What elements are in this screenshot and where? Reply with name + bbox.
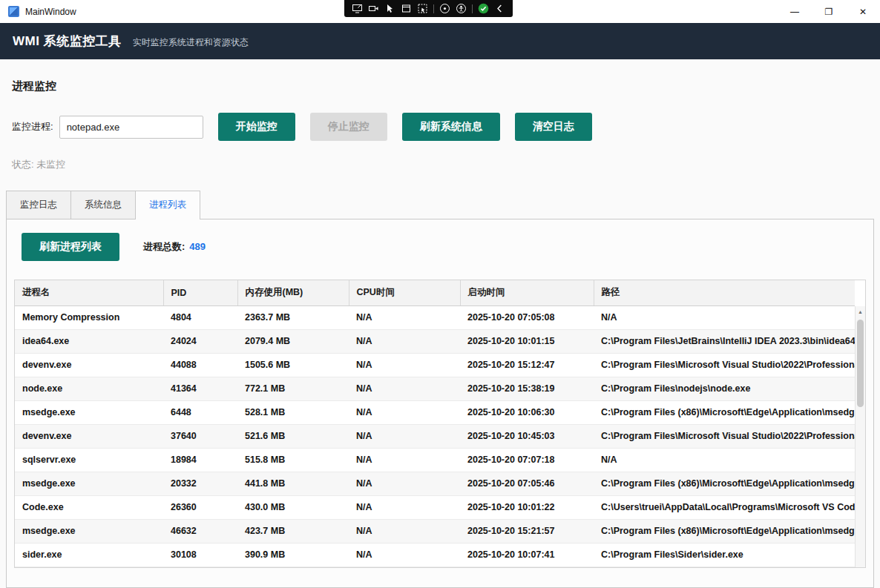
separator [433, 4, 434, 13]
check-circle-icon[interactable] [478, 3, 489, 14]
column-header-cpu-time[interactable]: CPU时间 [349, 280, 460, 305]
region-select-icon[interactable] [417, 3, 428, 14]
video-camera-icon[interactable] [368, 3, 379, 14]
cell-cpu_time: N/A [349, 495, 460, 519]
chevron-left-icon[interactable] [494, 3, 505, 14]
process-name-input[interactable] [59, 116, 203, 139]
main-window: MainWindow — ❐ ✕ WMI 系统监控工具 实时监控系统进程和资源状… [0, 0, 880, 588]
cell-name: msedge.exe [15, 472, 163, 495]
cell-path: N/A [594, 305, 855, 329]
separator [472, 4, 473, 13]
cell-pid: 46632 [163, 519, 237, 543]
section-title: 进程监控 [12, 79, 868, 93]
cell-path: C:\Program Files (x86)\Microsoft\Edge\Ap… [594, 400, 855, 424]
cell-pid: 20332 [163, 472, 237, 495]
accessibility-icon[interactable] [456, 3, 467, 14]
cell-cpu_time: N/A [349, 543, 460, 566]
cursor-select-icon[interactable] [384, 3, 395, 14]
cell-cpu_time: N/A [349, 400, 460, 424]
table-row[interactable]: devenv.exe440881505.6 MBN/A2025-10-20 15… [15, 353, 855, 377]
cell-path: C:\Users\truei\AppData\Local\Programs\Mi… [594, 495, 855, 519]
cell-path: C:\Program Files (x86)\Microsoft\Edge\Ap… [594, 519, 855, 543]
cell-memory: 423.7 MB [237, 519, 349, 543]
clear-log-button[interactable]: 清空日志 [515, 113, 592, 141]
screen-draw-icon[interactable] [352, 3, 363, 14]
close-button[interactable]: ✕ [846, 0, 880, 23]
column-header-start-time[interactable]: 启动时间 [460, 280, 594, 305]
process-total-label: 进程总数: [143, 241, 185, 252]
table-row[interactable]: msedge.exe20332441.8 MBN/A2025-10-20 07:… [15, 472, 855, 495]
monitor-section: 进程监控 监控进程: 开始监控 停止监控 刷新系统信息 清空日志 状态: 未监控 [0, 59, 880, 171]
cell-memory: 772.1 MB [237, 377, 349, 400]
cell-cpu_time: N/A [349, 448, 460, 472]
cell-pid: 6448 [163, 400, 237, 424]
table-row[interactable]: idea64.exe240242079.4 MBN/A2025-10-20 10… [15, 329, 855, 353]
cell-path: N/A [594, 448, 855, 472]
table-row[interactable]: msedge.exe46632423.7 MBN/A2025-10-20 15:… [15, 519, 855, 543]
cell-start_time: 2025-10-20 15:12:47 [460, 353, 594, 377]
cell-name: Code.exe [15, 495, 163, 519]
status-text: 状态: 未监控 [12, 158, 868, 171]
app-icon [8, 6, 19, 17]
refresh-process-list-button[interactable]: 刷新进程列表 [22, 233, 119, 261]
broadcast-icon[interactable] [439, 3, 450, 14]
cell-name: devenv.exe [15, 424, 163, 448]
maximize-button[interactable]: ❐ [812, 0, 846, 23]
cell-start_time: 2025-10-20 10:07:41 [460, 543, 594, 566]
cell-name: sider.exe [15, 543, 163, 566]
cell-name: sqlservr.exe [15, 448, 163, 472]
app-title: WMI 系统监控工具 [13, 33, 122, 50]
tab-process-list[interactable]: 进程列表 [135, 191, 200, 219]
cell-name: Memory Compression [15, 305, 163, 329]
column-header-name[interactable]: 进程名 [15, 280, 163, 305]
cell-name: msedge.exe [15, 400, 163, 424]
cell-memory: 1505.6 MB [237, 353, 349, 377]
scrollbar-up-arrow[interactable]: ▲ [856, 306, 865, 317]
scrollbar-thumb[interactable] [857, 320, 864, 407]
cell-cpu_time: N/A [349, 377, 460, 400]
cell-cpu_time: N/A [349, 329, 460, 353]
cell-cpu_time: N/A [349, 353, 460, 377]
cell-pid: 26360 [163, 495, 237, 519]
cell-start_time: 2025-10-20 10:01:22 [460, 495, 594, 519]
table-row[interactable]: sider.exe30108390.9 MBN/A2025-10-20 10:0… [15, 543, 855, 566]
window-title: MainWindow [25, 7, 76, 17]
cell-path: C:\Program Files\nodejs\node.exe [594, 377, 855, 400]
process-total-value: 489 [189, 241, 206, 252]
cell-path: C:\Program Files (x86)\Microsoft\Edge\Ap… [594, 472, 855, 495]
start-monitor-button[interactable]: 开始监控 [218, 113, 295, 141]
table-row[interactable]: node.exe41364772.1 MBN/A2025-10-20 15:38… [15, 377, 855, 400]
window-controls: — ❐ ✕ [778, 0, 880, 23]
cell-memory: 528.1 MB [237, 400, 349, 424]
window-select-icon[interactable] [401, 3, 412, 14]
cell-cpu_time: N/A [349, 519, 460, 543]
cell-start_time: 2025-10-20 07:05:08 [460, 305, 594, 329]
cell-pid: 44088 [163, 353, 237, 377]
table-row[interactable]: Code.exe26360430.0 MBN/A2025-10-20 10:01… [15, 495, 855, 519]
column-header-path[interactable]: 路径 [594, 280, 855, 305]
column-header-pid[interactable]: PID [163, 280, 237, 305]
cell-pid: 24024 [163, 329, 237, 353]
column-header-memory[interactable]: 内存使用(MB) [237, 280, 349, 305]
process-list-pane: 刷新进程列表 进程总数:489 进程名 PID 内存使用(MB) CPU时间 启… [6, 219, 874, 588]
cell-pid: 18984 [163, 448, 237, 472]
cell-start_time: 2025-10-20 07:07:18 [460, 448, 594, 472]
vertical-scrollbar[interactable]: ▲ [855, 306, 865, 567]
table-row[interactable]: sqlservr.exe18984515.8 MBN/A2025-10-20 0… [15, 448, 855, 472]
cell-start_time: 2025-10-20 15:38:19 [460, 377, 594, 400]
table-row[interactable]: msedge.exe6448528.1 MBN/A2025-10-20 10:0… [15, 400, 855, 424]
tab-monitor-log[interactable]: 监控日志 [6, 191, 71, 219]
refresh-system-info-button[interactable]: 刷新系统信息 [402, 113, 500, 141]
table-row[interactable]: Memory Compression48042363.7 MBN/A2025-1… [15, 305, 855, 329]
cell-memory: 441.8 MB [237, 472, 349, 495]
tab-system-info[interactable]: 系统信息 [70, 191, 136, 219]
cell-path: C:\Program Files\Microsoft Visual Studio… [594, 353, 855, 377]
cell-memory: 521.6 MB [237, 424, 349, 448]
tabbar: 监控日志 系统信息 进程列表 [6, 191, 874, 219]
cell-cpu_time: N/A [349, 424, 460, 448]
minimize-button[interactable]: — [778, 0, 812, 23]
cell-pid: 41364 [163, 377, 237, 400]
cell-path: C:\Program Files\JetBrains\IntelliJ IDEA… [594, 329, 855, 353]
table-row[interactable]: devenv.exe37640521.6 MBN/A2025-10-20 10:… [15, 424, 855, 448]
process-input-label: 监控进程: [12, 120, 53, 133]
